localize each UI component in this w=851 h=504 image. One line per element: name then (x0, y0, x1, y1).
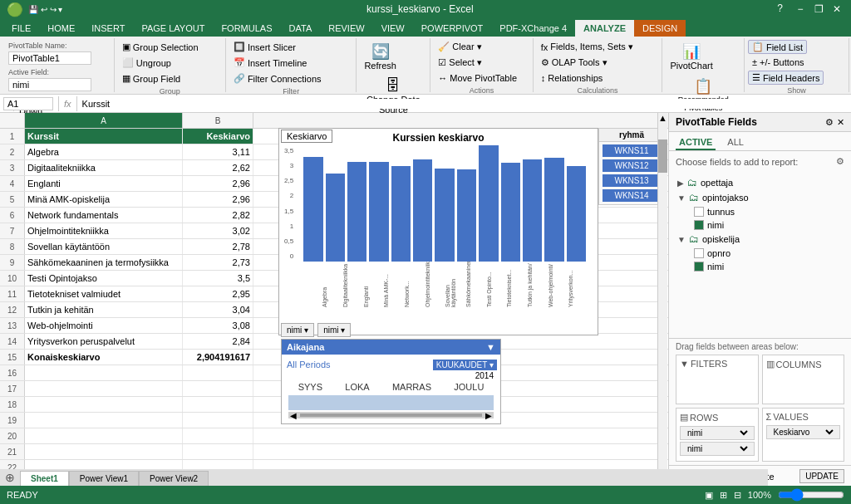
cell-a[interactable]: Digitaalitekniikka (25, 160, 183, 175)
select-button[interactable]: ☑ Select ▾ (434, 56, 486, 70)
cell-b[interactable] (183, 413, 253, 428)
cell-a[interactable] (25, 428, 183, 443)
view-normal-icon[interactable]: ▣ (705, 490, 713, 501)
cell-b[interactable] (183, 397, 253, 412)
tab-sheet1[interactable]: Sheet1 (20, 471, 69, 486)
cell-a[interactable]: Sähkömekaaninen ja termofysiikka (25, 255, 183, 270)
cell-b[interactable]: 2,73 (183, 255, 253, 270)
cell-b[interactable] (183, 428, 253, 443)
change-data-source-button[interactable]: 🗄 Change Data Source (360, 75, 426, 117)
cell-a[interactable]: Tietotekniset valmiudet (25, 286, 183, 301)
values-keskiarvo-select[interactable]: Keskiarvo (770, 427, 837, 438)
insert-slicer-button[interactable]: 🔲 Insert Slicer (229, 40, 300, 54)
olap-tools-button[interactable]: ⚙ OLAP Tools ▾ (537, 56, 612, 70)
fields-items-sets-button[interactable]: fx Fields, Items, Sets ▾ (537, 40, 637, 54)
cell-b[interactable]: 3,04 (183, 302, 253, 317)
slicer-scroll-left-btn[interactable]: ◀ (288, 411, 298, 420)
wkns12-button[interactable]: WKNS12 (603, 159, 661, 172)
close-button[interactable]: ✕ (829, 2, 844, 16)
cell-a[interactable] (25, 381, 183, 396)
update-button[interactable]: UPDATE (799, 469, 844, 483)
tab-all[interactable]: ALL (724, 135, 747, 150)
cell-b[interactable]: 3,02 (183, 223, 253, 238)
tab-active[interactable]: ACTIVE (676, 135, 716, 150)
pivotchart-button[interactable]: 📊 PivotChart (666, 40, 716, 73)
restore-button[interactable]: ❐ (811, 2, 826, 16)
field-item-opettaja[interactable]: ▶ 🗂 opettaja (676, 175, 844, 190)
cell-a[interactable]: Englanti (25, 176, 183, 191)
vertical-scrollbar[interactable]: ▲ ▼ (657, 113, 667, 487)
cell-b[interactable]: 3,08 (183, 318, 253, 333)
pivot-gear-icon[interactable]: ⚙ (836, 156, 844, 167)
tab-formulas[interactable]: FORMULAS (213, 20, 280, 37)
values-item-keskiarvo[interactable]: Keskiarvo (766, 425, 841, 439)
rows-item-nimi2[interactable]: nimi (680, 442, 755, 456)
field-item-opiskelija[interactable]: ▼ 🗂 opiskelija (676, 232, 844, 247)
slicer-scroll-track[interactable] (300, 413, 482, 417)
cell-a[interactable] (25, 365, 183, 380)
cell-a[interactable] (25, 413, 183, 428)
expand-opettaja[interactable]: ▶ (677, 179, 684, 188)
tab-data[interactable]: DATA (281, 20, 321, 37)
rows-nimi1-select[interactable]: nimi (684, 428, 750, 438)
tab-home[interactable]: HOME (39, 20, 83, 37)
rows-nimi2-select[interactable]: nimi (684, 443, 750, 454)
kuukadet-button[interactable]: KUUKAUDET ▾ (433, 360, 497, 370)
slicer-bar-area[interactable] (288, 395, 494, 410)
formula-input[interactable] (82, 99, 848, 109)
relationships-button[interactable]: ↕ Relationships (537, 71, 608, 85)
cell-a[interactable]: Testi Opintojakso (25, 271, 183, 286)
tab-page-layout[interactable]: PAGE LAYOUT (133, 20, 213, 37)
cell-a[interactable]: Kurssit (25, 129, 183, 144)
cell-b[interactable]: 3,11 (183, 144, 253, 159)
cell-a[interactable]: Konaiskeskiarvo (25, 350, 183, 365)
filter-btn-2[interactable]: nimi ▾ (317, 323, 351, 337)
insert-timeline-button[interactable]: 📅 Insert Timeline (229, 56, 312, 70)
plus-minus-button[interactable]: ± +/- Buttons (748, 56, 809, 69)
cell-b[interactable]: 2,96 (183, 176, 253, 191)
cell-b[interactable]: 2,84 (183, 334, 253, 349)
cell-b[interactable] (183, 444, 253, 459)
group-selection-button[interactable]: ▣ Group Selection (118, 40, 203, 54)
pivot-settings-icon[interactable]: ⚙ (825, 117, 834, 128)
tab-review[interactable]: REVIEW (320, 20, 372, 37)
tab-power-view2[interactable]: Power View2 (139, 471, 209, 486)
cell-a[interactable]: Yritysverkon peruspalvelut (25, 334, 183, 349)
tab-insert[interactable]: INSERT (83, 20, 133, 37)
cell-a[interactable]: Algebra (25, 144, 183, 159)
checkbox-opnro[interactable] (694, 248, 704, 258)
wkns13-button[interactable]: WKNS13 (603, 174, 661, 187)
checkbox-nimi1[interactable] (694, 220, 704, 230)
tab-pdfxchange[interactable]: PDF-XChange 4 (491, 20, 575, 37)
cell-a[interactable] (25, 397, 183, 412)
cell-b[interactable]: 2,96 (183, 192, 253, 207)
active-field-input[interactable] (8, 78, 91, 91)
view-preview-icon[interactable]: ⊟ (734, 490, 741, 501)
cell-b[interactable] (183, 381, 253, 396)
field-item-nimi2[interactable]: nimi (692, 260, 844, 273)
expand-opintojakso[interactable]: ▼ (677, 193, 686, 203)
filter-connections-button[interactable]: 🔗 Filter Connections (229, 71, 326, 86)
zoom-slider[interactable] (778, 488, 844, 502)
cell-b[interactable]: 2,95 (183, 286, 253, 301)
field-item-nimi1[interactable]: nimi (692, 218, 844, 232)
cell-a[interactable]: Network fundamentals (25, 208, 183, 223)
refresh-button[interactable]: 🔄 Refresh (360, 40, 401, 73)
recommended-button[interactable]: 📋 Recommended PivotTables (666, 75, 740, 115)
field-item-opnro[interactable]: opnro (692, 247, 844, 260)
cell-b[interactable] (183, 365, 253, 380)
tab-view[interactable]: VIEW (373, 20, 413, 37)
field-item-tunnus[interactable]: tunnus (692, 205, 844, 218)
pivot-close-icon[interactable]: ✕ (837, 117, 844, 128)
cell-b[interactable]: 2,904191617 (183, 350, 253, 365)
cell-b[interactable]: 2,82 (183, 208, 253, 223)
field-headers-button[interactable]: ☰ Field Headers (748, 71, 824, 85)
rows-item-nimi1[interactable]: nimi (680, 426, 755, 440)
tab-analyze[interactable]: ANALYZE (575, 20, 634, 37)
slicer-scroll-right-btn[interactable]: ▶ (484, 411, 494, 420)
cell-b[interactable]: 2,62 (183, 160, 253, 175)
clear-button[interactable]: 🧹 Clear ▾ (434, 40, 485, 54)
add-sheet-button[interactable]: ⊕ (0, 469, 20, 486)
checkbox-tunnus[interactable] (694, 207, 704, 217)
help-icon[interactable]: ? (777, 2, 783, 16)
